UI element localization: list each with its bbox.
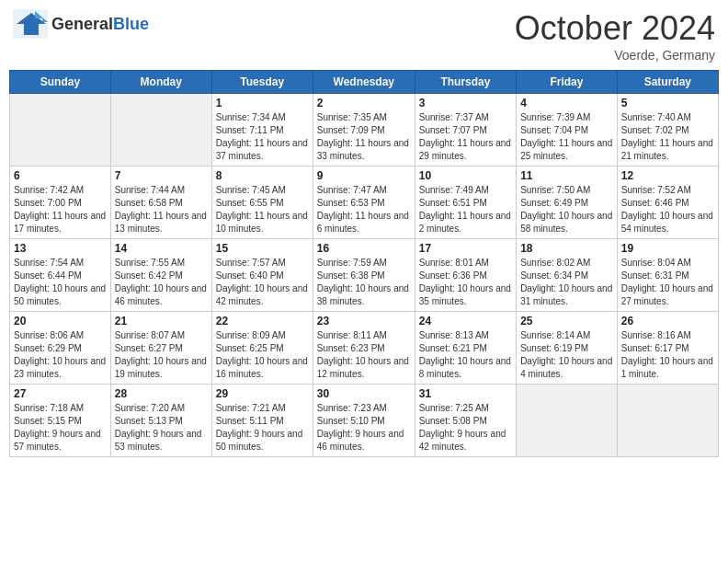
day-number: 31 [419, 387, 512, 400]
sunset: Sunset: 5:13 PM [115, 416, 183, 426]
sunset: Sunset: 6:19 PM [520, 343, 588, 353]
day-number: 2 [317, 97, 411, 109]
sunrise: Sunrise: 7:37 AM [419, 112, 489, 122]
day-info: Sunrise: 7:44 AMSunset: 6:58 PMDaylight:… [115, 184, 208, 236]
day-number: 9 [317, 169, 411, 182]
sunrise: Sunrise: 7:23 AM [317, 403, 387, 413]
weekday-header-friday: Friday [517, 71, 618, 94]
day-info: Sunrise: 7:55 AMSunset: 6:42 PMDaylight:… [115, 257, 208, 308]
sunset: Sunset: 6:51 PM [419, 198, 487, 208]
day-cell: 27Sunrise: 7:18 AMSunset: 5:15 PMDayligh… [10, 385, 111, 457]
day-info: Sunrise: 7:39 AMSunset: 7:04 PMDaylight:… [520, 111, 613, 163]
day-cell: 20Sunrise: 8:06 AMSunset: 6:29 PMDayligh… [10, 312, 111, 385]
week-row-4: 20Sunrise: 8:06 AMSunset: 6:29 PMDayligh… [10, 312, 719, 385]
day-number: 23 [317, 315, 411, 327]
sunset: Sunset: 6:23 PM [317, 343, 385, 353]
day-number: 29 [216, 387, 309, 400]
sunrise: Sunrise: 7:21 AM [216, 403, 286, 413]
day-cell: 17Sunrise: 8:01 AMSunset: 6:36 PMDayligh… [415, 239, 516, 312]
sunrise: Sunrise: 8:02 AM [520, 258, 590, 268]
sunrise: Sunrise: 7:34 AM [216, 112, 286, 122]
sunset: Sunset: 7:11 PM [216, 125, 284, 135]
daylight: Daylight: 10 hours and 31 minutes. [520, 283, 612, 306]
day-number: 22 [216, 315, 309, 327]
sunset: Sunset: 6:34 PM [520, 270, 588, 281]
day-cell: 5Sunrise: 7:40 AMSunset: 7:02 PMDaylight… [617, 94, 718, 167]
day-info: Sunrise: 7:21 AMSunset: 5:11 PMDaylight:… [216, 402, 309, 454]
day-cell: 14Sunrise: 7:55 AMSunset: 6:42 PMDayligh… [110, 239, 211, 312]
day-cell: 22Sunrise: 8:09 AMSunset: 6:25 PMDayligh… [211, 312, 313, 385]
day-info: Sunrise: 8:06 AMSunset: 6:29 PMDaylight:… [14, 329, 107, 381]
sunrise: Sunrise: 8:16 AM [621, 330, 691, 340]
day-info: Sunrise: 7:23 AMSunset: 5:10 PMDaylight:… [317, 402, 411, 454]
sunrise: Sunrise: 7:20 AM [115, 403, 185, 413]
sunrise: Sunrise: 8:09 AM [216, 330, 286, 340]
day-info: Sunrise: 7:49 AMSunset: 6:51 PMDaylight:… [419, 184, 512, 236]
sunrise: Sunrise: 7:57 AM [216, 258, 286, 268]
day-number: 20 [14, 315, 107, 327]
daylight: Daylight: 11 hours and 37 minutes. [216, 138, 308, 161]
day-number: 18 [520, 242, 613, 255]
weekday-header-tuesday: Tuesday [211, 71, 313, 94]
sunset: Sunset: 7:02 PM [621, 125, 689, 135]
day-info: Sunrise: 7:20 AMSunset: 5:13 PMDaylight:… [115, 402, 208, 454]
sunrise: Sunrise: 8:13 AM [419, 330, 489, 340]
sunrise: Sunrise: 7:49 AM [419, 185, 489, 195]
page-header: GeneralBlue October 2024 Voerde, Germany [9, 9, 719, 63]
day-cell [517, 385, 618, 457]
day-info: Sunrise: 7:34 AMSunset: 7:11 PMDaylight:… [216, 111, 309, 163]
sunset: Sunset: 6:42 PM [115, 270, 183, 281]
weekday-header-wednesday: Wednesday [313, 71, 415, 94]
sunrise: Sunrise: 8:01 AM [419, 258, 489, 268]
day-info: Sunrise: 7:18 AMSunset: 5:15 PMDaylight:… [14, 402, 107, 454]
daylight: Daylight: 9 hours and 50 minutes. [216, 429, 303, 452]
sunrise: Sunrise: 7:45 AM [216, 185, 286, 195]
day-cell: 28Sunrise: 7:20 AMSunset: 5:13 PMDayligh… [110, 385, 211, 457]
month-title: October 2024 [515, 9, 715, 48]
day-cell: 31Sunrise: 7:25 AMSunset: 5:08 PMDayligh… [415, 385, 516, 457]
daylight: Daylight: 10 hours and 46 minutes. [115, 283, 207, 306]
weekday-header-thursday: Thursday [415, 71, 516, 94]
daylight: Daylight: 9 hours and 57 minutes. [14, 429, 101, 452]
sunrise: Sunrise: 7:18 AM [14, 403, 84, 413]
day-info: Sunrise: 8:02 AMSunset: 6:34 PMDaylight:… [520, 257, 613, 308]
day-cell: 19Sunrise: 8:04 AMSunset: 6:31 PMDayligh… [617, 239, 718, 312]
sunset: Sunset: 6:31 PM [621, 270, 689, 281]
sunset: Sunset: 6:46 PM [621, 198, 689, 208]
sunrise: Sunrise: 7:54 AM [14, 258, 84, 268]
sunset: Sunset: 6:40 PM [216, 270, 284, 281]
daylight: Daylight: 11 hours and 6 minutes. [317, 211, 409, 234]
day-info: Sunrise: 8:16 AMSunset: 6:17 PMDaylight:… [621, 329, 714, 381]
day-cell: 21Sunrise: 8:07 AMSunset: 6:27 PMDayligh… [110, 312, 211, 385]
daylight: Daylight: 10 hours and 19 minutes. [115, 356, 207, 379]
day-number: 24 [419, 315, 512, 327]
day-info: Sunrise: 7:50 AMSunset: 6:49 PMDaylight:… [520, 184, 613, 236]
day-cell: 12Sunrise: 7:52 AMSunset: 6:46 PMDayligh… [617, 167, 718, 239]
day-cell: 7Sunrise: 7:44 AMSunset: 6:58 PMDaylight… [110, 167, 211, 239]
daylight: Daylight: 11 hours and 29 minutes. [419, 138, 511, 161]
day-number: 11 [520, 169, 613, 182]
day-cell: 24Sunrise: 8:13 AMSunset: 6:21 PMDayligh… [415, 312, 516, 385]
day-number: 3 [419, 97, 512, 109]
day-number: 16 [317, 242, 411, 255]
weekday-header-monday: Monday [110, 71, 211, 94]
day-number: 28 [115, 387, 208, 400]
sunset: Sunset: 7:07 PM [419, 125, 487, 135]
day-info: Sunrise: 8:13 AMSunset: 6:21 PMDaylight:… [419, 329, 512, 381]
daylight: Daylight: 10 hours and 58 minutes. [520, 211, 612, 234]
daylight: Daylight: 9 hours and 42 minutes. [419, 429, 506, 452]
weekday-header-sunday: Sunday [10, 71, 111, 94]
logo-text-blue: Blue [113, 15, 149, 33]
sunset: Sunset: 5:15 PM [14, 416, 82, 426]
day-number: 13 [14, 242, 107, 255]
day-info: Sunrise: 7:54 AMSunset: 6:44 PMDaylight:… [14, 257, 107, 308]
day-cell: 23Sunrise: 8:11 AMSunset: 6:23 PMDayligh… [313, 312, 415, 385]
daylight: Daylight: 10 hours and 1 minute. [621, 356, 713, 379]
sunset: Sunset: 5:11 PM [216, 416, 284, 426]
day-number: 30 [317, 387, 411, 400]
daylight: Daylight: 10 hours and 35 minutes. [419, 283, 511, 306]
daylight: Daylight: 11 hours and 10 minutes. [216, 211, 308, 234]
sunset: Sunset: 6:17 PM [621, 343, 689, 353]
sunset: Sunset: 6:27 PM [115, 343, 183, 353]
sunset: Sunset: 5:10 PM [317, 416, 385, 426]
